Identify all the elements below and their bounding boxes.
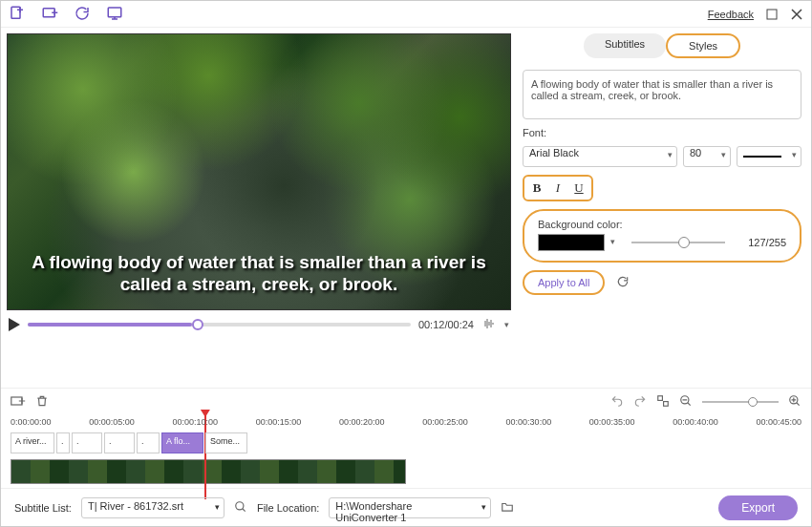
screen-icon[interactable] [106, 5, 123, 24]
tab-subtitles[interactable]: Subtitles [584, 33, 666, 58]
play-button[interactable] [9, 318, 20, 331]
subtitle-overlay: A flowing body of water that is smaller … [8, 251, 510, 297]
subtitle-clip[interactable]: Some... [205, 432, 247, 453]
svg-rect-6 [664, 402, 669, 407]
ruler-mark: 0:00:00:00 [11, 417, 52, 431]
svg-rect-0 [11, 7, 20, 18]
tab-styles[interactable]: Styles [666, 33, 740, 58]
time-display: 00:12/00:24 [418, 319, 474, 330]
delete-icon[interactable] [35, 394, 49, 410]
search-icon[interactable] [234, 500, 247, 516]
subtitle-text-input[interactable]: A flowing body of water that is smaller … [523, 70, 801, 119]
ruler-mark: 00:00:10:00 [173, 417, 219, 431]
zoom-in-icon[interactable] [788, 394, 801, 410]
sync-icon[interactable] [74, 5, 91, 24]
subtitle-track[interactable]: A river.......A flo...Some... [11, 432, 801, 453]
subtitle-clip[interactable]: . [137, 432, 160, 453]
ruler-mark: 00:00:40:00 [673, 417, 718, 431]
underline-button[interactable]: U [568, 179, 589, 198]
file-location-label: File Location: [257, 502, 319, 514]
font-select[interactable]: Arial Black [523, 146, 677, 167]
svg-rect-2 [108, 8, 121, 17]
add-subtitle-icon[interactable] [11, 394, 26, 410]
folder-icon[interactable] [501, 500, 514, 516]
subtitle-clip[interactable]: A river... [11, 432, 54, 453]
ruler-mark: 00:00:15:00 [256, 417, 302, 431]
video-track[interactable] [11, 459, 406, 484]
opacity-slider[interactable] [631, 242, 725, 243]
subtitle-list-label: Subtitle List: [14, 502, 72, 514]
ruler-mark: 00:00:05:00 [89, 417, 135, 431]
italic-button[interactable]: I [547, 179, 568, 198]
stroke-select[interactable] [737, 146, 801, 167]
svg-rect-3 [767, 10, 777, 19]
add-media-icon[interactable] [41, 5, 58, 24]
undo-icon[interactable] [610, 394, 624, 410]
subtitle-clip[interactable]: . [72, 432, 102, 453]
close-button[interactable] [790, 8, 803, 21]
feedback-link[interactable]: Feedback [708, 9, 754, 20]
maximize-button[interactable] [765, 8, 779, 21]
font-label: Font: [523, 127, 801, 138]
export-button[interactable]: Export [718, 495, 798, 520]
ruler-mark: 00:00:35:00 [589, 417, 635, 431]
ruler-mark: 00:00:20:00 [339, 417, 385, 431]
bold-button[interactable]: B [526, 179, 547, 198]
subtitle-clip[interactable]: . [104, 432, 135, 453]
add-file-icon[interactable] [9, 5, 26, 24]
timeline-ruler[interactable]: 0:00:00:0000:00:05:0000:00:10:0000:00:15… [11, 417, 801, 431]
svg-rect-5 [658, 396, 663, 401]
bg-color-select[interactable] [538, 234, 605, 251]
ruler-mark: 00:00:25:00 [422, 417, 468, 431]
progress-bar[interactable] [28, 323, 411, 327]
bg-color-label: Background color: [538, 219, 786, 230]
subtitle-list-select[interactable]: T| River - 861732.srt [81, 497, 224, 518]
apply-to-all-button[interactable]: Apply to All [523, 270, 605, 295]
refresh-icon[interactable] [616, 275, 630, 290]
audio-waveform-icon[interactable] [481, 317, 497, 332]
opacity-value: 127/255 [748, 237, 786, 248]
chevron-down-icon[interactable]: ▾ [504, 320, 509, 329]
zoom-out-icon[interactable] [679, 394, 693, 410]
video-preview[interactable]: A flowing body of water that is smaller … [7, 33, 511, 310]
font-size-select[interactable]: 80 [683, 146, 731, 167]
ruler-mark: 00:00:45:00 [756, 417, 801, 431]
subtitle-clip[interactable]: A flo... [161, 432, 203, 453]
text-style-group: B I U [523, 175, 593, 201]
svg-point-9 [236, 501, 244, 509]
snap-icon[interactable] [656, 394, 670, 410]
ruler-mark: 00:00:30:00 [506, 417, 552, 431]
redo-icon[interactable] [633, 394, 647, 410]
zoom-slider[interactable] [702, 401, 779, 403]
subtitle-clip[interactable]: . [56, 432, 70, 453]
file-location-select[interactable]: H:\Wondershare UniConverter 1 [329, 497, 491, 518]
